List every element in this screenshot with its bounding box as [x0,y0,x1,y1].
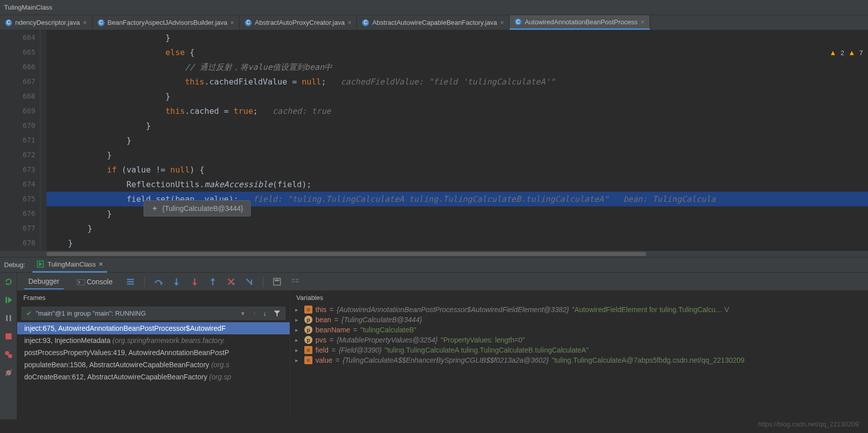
code-line[interactable]: } [47,236,868,250]
expand-icon[interactable]: ▸ [295,357,301,364]
run-config-icon [36,260,44,268]
svg-rect-5 [6,315,8,321]
code-line[interactable]: } [47,133,868,148]
class-icon: C [245,19,252,26]
svg-rect-12 [77,279,85,285]
expand-icon[interactable]: ▸ [295,307,301,313]
close-icon[interactable]: × [500,19,504,26]
code-line[interactable]: if (value != null) { [47,162,868,177]
drop-frame-icon[interactable] [226,277,236,286]
run-config-dropdown[interactable]: TulingMainClass [4,4,53,11]
variable-row[interactable]: ▸p pvs = {MutablePropertyValues@3254} "P… [290,335,868,345]
close-icon[interactable]: × [231,19,235,26]
step-into-icon[interactable] [172,277,181,286]
variable-name: beanName [315,326,350,334]
code-line[interactable]: } [47,221,868,236]
code-line[interactable]: this.cachedFieldValue = null; cachedFiel… [47,74,868,89]
console-tab[interactable]: Console [73,275,117,289]
stack-frame[interactable]: populateBean:1508, AbstractAutowireCapab… [17,359,290,371]
file-tab[interactable]: CAutowiredAnnotationBeanPostProcess× [510,15,650,30]
file-tab[interactable]: CndencyDescriptor.java× [0,15,93,30]
variables-panel: Variables ▸≡ this = {AutowiredAnnotation… [290,291,868,419]
code-editor[interactable]: 6646656666676686696706716726736746756766… [0,30,868,251]
prev-frame-icon[interactable]: ↑ [253,310,256,317]
code-line[interactable]: // 通过反射，将value值设置到bean中 [47,60,868,74]
stack-frame[interactable]: postProcessPropertyValues:419, Autowired… [17,347,290,359]
close-icon[interactable]: × [348,19,352,26]
variable-row[interactable]: ▸p beanName = "tulingCalculateB" [290,325,868,335]
step-out-icon[interactable] [208,277,217,286]
frames-title: Frames [17,291,290,305]
svg-point-9 [8,354,12,358]
expand-icon[interactable]: ▸ [295,327,301,333]
variable-row[interactable]: ▸p bean = {TulingCalculateB@3444} [290,315,868,325]
tab-label: AutowiredAnnotationBeanPostProcess [525,18,637,26]
force-step-into-icon[interactable] [190,277,199,286]
step-over-icon[interactable] [154,277,163,286]
close-icon[interactable]: × [99,260,103,268]
code-area[interactable]: } else { // 通过反射，将value值设置到bean中 this.ca… [47,30,868,251]
close-icon[interactable]: × [83,19,87,26]
expand-icon[interactable]: ▸ [295,347,301,354]
variable-name: field [315,346,329,354]
run-to-cursor-icon[interactable] [245,277,254,286]
variable-badge: p [304,316,312,324]
debug-config-name: TulingMainClass [48,261,96,268]
filter-icon[interactable] [273,310,281,317]
close-icon[interactable]: × [641,18,645,26]
expand-icon[interactable]: ▸ [295,317,301,323]
stack-frame[interactable]: inject:675, AutowiredAnnotationBeanPostP… [17,322,290,334]
svg-marker-20 [192,283,197,286]
editor-tabs: CndencyDescriptor.java×CBeanFactoryAspec… [0,15,868,30]
code-line[interactable]: } [47,148,868,162]
warning-icon: ▲ [830,49,837,57]
stop-icon[interactable] [5,332,13,340]
thread-selector[interactable]: ✔ "main"@1 in group "main": RUNNING ▾ ↑ … [21,307,286,320]
file-tab[interactable]: CBeanFactoryAspectJAdvisorsBuilder.java× [93,15,240,30]
file-tab[interactable]: CAbstractAutowireCapableBeanFactory.java… [357,15,509,30]
trace-icon[interactable] [291,277,300,286]
code-line[interactable]: else { [47,45,868,60]
tab-label: AbstractAutowireCapableBeanFactory.java [372,19,497,26]
value-tooltip: ＋ {TulingCalculateB@3444} [144,200,251,216]
code-line[interactable]: } [47,30,868,45]
dropdown-icon[interactable]: ▾ [241,310,245,317]
code-line[interactable]: this.cached = true; cached: true [47,104,868,118]
next-frame-icon[interactable]: ↓ [263,310,267,317]
threads-icon[interactable] [126,277,135,286]
mute-breakpoints-icon[interactable] [5,369,13,377]
thread-label: "main"@1 in group "main": RUNNING [36,310,146,317]
variable-row[interactable]: ▸≡ field = {Field@3390} "tuling.TulingCa… [290,345,868,355]
inspections-summary[interactable]: ▲ 2 ▲ 7 [830,49,863,57]
variable-row[interactable]: ▸≡ value = {TulingCalculateA$$EnhancerBy… [290,355,868,365]
svg-rect-29 [292,281,295,282]
frame-list[interactable]: inject:675, AutowiredAnnotationBeanPostP… [17,322,290,383]
code-line[interactable]: } [47,89,868,104]
horizontal-scrollbar[interactable] [0,251,868,257]
variable-row[interactable]: ▸≡ this = {AutowiredAnnotationBeanPostPr… [290,305,868,315]
code-line[interactable]: ReflectionUtils.makeAccessible(field); [47,177,868,192]
expand-icon[interactable]: ▸ [295,337,301,343]
warning-icon: ▲ [848,49,855,57]
svg-marker-1 [39,262,42,266]
resume-icon[interactable] [5,296,13,304]
file-tab[interactable]: CAbstractAutoProxyCreator.java× [240,15,357,30]
warning-count-1: 2 [841,49,844,57]
view-breakpoints-icon[interactable] [5,351,13,359]
variable-list[interactable]: ▸≡ this = {AutowiredAnnotationBeanPostPr… [290,305,868,419]
variable-badge: p [304,326,312,334]
svg-rect-3 [6,297,7,303]
stack-frame[interactable]: inject:93, InjectionMetadata (org.spring… [17,334,290,347]
rerun-icon[interactable] [5,278,13,286]
stack-frame[interactable]: doCreateBean:612, AbstractAutowireCapabl… [17,371,290,383]
evaluate-icon[interactable] [272,277,282,286]
plus-icon[interactable]: ＋ [151,204,158,213]
code-line[interactable]: } [47,118,868,133]
debugger-tab[interactable]: Debugger [24,274,64,289]
svg-marker-22 [210,278,215,281]
variable-name: this [315,306,327,314]
warning-count-2: 7 [859,49,863,57]
class-icon: C [98,19,105,26]
pause-icon[interactable] [5,314,13,322]
debug-config-tab[interactable]: TulingMainClass × [32,257,107,273]
